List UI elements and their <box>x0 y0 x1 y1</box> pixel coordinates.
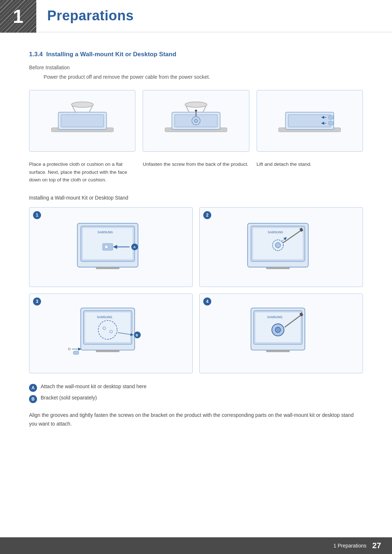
diagram-3-svg <box>275 95 344 146</box>
svg-rect-59 <box>73 351 79 354</box>
legend-item-b: B Bracket (sold separately) <box>29 395 363 403</box>
chapter-title: Preparations <box>47 8 134 24</box>
install-label: Installing a Wall-mount Kit or Desktop S… <box>29 195 363 201</box>
power-instruction: Power the product off and remove the pow… <box>44 74 363 80</box>
svg-point-66 <box>275 327 281 333</box>
footer-label: 1 Preparations <box>333 543 366 549</box>
svg-rect-18 <box>195 110 197 112</box>
main-content: 1.3.4 Installing a Wall-mount Kit or Des… <box>0 44 392 468</box>
diagram-2 <box>143 90 249 152</box>
svg-text:B: B <box>135 333 138 337</box>
caption-2: Unfasten the screw from the back of the … <box>143 160 249 168</box>
svg-rect-40 <box>266 267 290 269</box>
svg-text:SAMSUNG: SAMSUNG <box>97 315 112 319</box>
step-2-number: 2 <box>203 211 211 219</box>
diagram-2-svg <box>162 95 230 146</box>
step-3-number: 3 <box>33 297 41 305</box>
chapter-number: 1 <box>13 5 24 27</box>
svg-rect-23 <box>329 122 334 125</box>
steps-grid: 1 SAMSUNG <box>29 207 363 373</box>
step-images-row <box>29 90 363 152</box>
svg-point-14 <box>185 102 207 107</box>
diagram-1 <box>29 90 135 152</box>
badge-b: B <box>29 395 37 403</box>
caption-3: Lift and detach the stand. <box>257 160 363 168</box>
svg-rect-31 <box>105 246 107 248</box>
svg-text:A: A <box>133 245 136 249</box>
svg-text:SAMSUNG: SAMSUNG <box>267 315 282 319</box>
diagram-3 <box>257 90 363 152</box>
step-4-svg: SAMSUNG <box>234 301 328 365</box>
diagram-1-svg <box>48 95 117 146</box>
align-text: Align the grooves and tightly fasten the… <box>29 411 363 428</box>
caption-1: Place a protective cloth or cushion on a… <box>29 160 135 184</box>
step-2-svg: SAMSUNG <box>234 215 328 279</box>
step-4-number: 4 <box>203 297 211 305</box>
svg-text:SAMSUNG: SAMSUNG <box>268 231 283 234</box>
legend-a-text: Attach the wall-mount kit or desktop sta… <box>41 383 147 389</box>
legend-item-a: A Attach the wall-mount kit or desktop s… <box>29 383 363 392</box>
badge-a: A <box>29 384 37 392</box>
step-3-svg: SAMSUNG B O <box>64 301 158 365</box>
page-header: 1 Preparations <box>0 0 392 33</box>
step-1-box: 1 SAMSUNG <box>29 207 193 287</box>
svg-point-5 <box>71 102 93 107</box>
svg-rect-22 <box>329 116 334 119</box>
svg-rect-32 <box>96 267 119 269</box>
svg-point-16 <box>194 119 198 123</box>
svg-rect-21 <box>288 115 331 127</box>
step-4-box: 4 SAMSUNG <box>199 294 363 373</box>
captions-row: Place a protective cloth or cushion on a… <box>29 160 363 184</box>
chapter-number-block: 1 <box>0 0 36 33</box>
svg-rect-2 <box>61 115 104 127</box>
before-install-label: Before Installation <box>29 65 363 70</box>
footer-page: 27 <box>372 541 381 550</box>
legend-b-text: Bracket (sold separately) <box>41 395 97 401</box>
svg-text:O: O <box>68 347 70 351</box>
section-heading: 1.3.4 Installing a Wall-mount Kit or Des… <box>29 51 363 58</box>
svg-rect-50 <box>96 350 119 352</box>
legend-section: A Attach the wall-mount kit or desktop s… <box>29 383 363 403</box>
step-2-box: 2 SAMSUNG <box>199 207 363 287</box>
chapter-title-area: Preparations <box>36 0 392 33</box>
page-footer: 1 Preparations 27 <box>0 537 392 554</box>
step-1-svg: SAMSUNG A <box>64 215 158 279</box>
svg-rect-64 <box>266 350 290 352</box>
svg-text:SAMSUNG: SAMSUNG <box>97 231 113 234</box>
step-3-box: 3 SAMSUNG B <box>29 294 193 373</box>
step-1-number: 1 <box>33 211 41 219</box>
svg-point-42 <box>275 243 281 248</box>
